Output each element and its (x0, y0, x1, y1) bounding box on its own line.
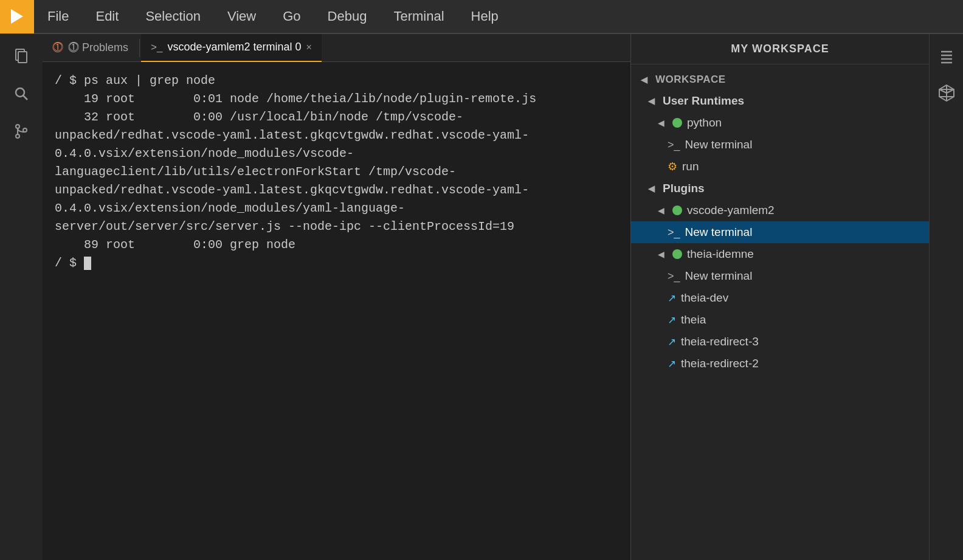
workspace-tree: ◀ WORKSPACE ◀ User Runtimes ◀ python >_ … (631, 64, 929, 560)
terminal-prompt-icon-theia: >_ (668, 270, 680, 283)
user-runtimes-chevron: ◀ (648, 96, 658, 106)
python-status-dot (672, 118, 682, 128)
vscode-yamlem2[interactable]: ◀ vscode-yamlem2 (631, 199, 929, 221)
cube-icon[interactable] (934, 80, 959, 105)
theia-idemne[interactable]: ◀ theia-idemne (631, 243, 929, 265)
terminal-close-button[interactable]: × (306, 42, 312, 53)
vscode-yamlem2-new-terminal[interactable]: >_ New terminal (631, 221, 929, 243)
theia-redirect-3-label: theia-redirect-3 (681, 335, 759, 348)
terminal-tabs: ⓵ ⓵ Problems >_ vscode-yamlem2 terminal … (43, 34, 630, 62)
tab-separator (139, 39, 140, 57)
theia-label: theia (681, 313, 706, 327)
user-runtimes[interactable]: ◀ User Runtimes (631, 90, 929, 112)
selection-menu[interactable]: Selection (132, 0, 214, 33)
python-runtime[interactable]: ◀ python (631, 112, 929, 134)
files-icon[interactable] (5, 40, 37, 72)
terminal-prompt-icon: >_ (151, 41, 162, 54)
plugins-label: Plugins (663, 182, 705, 195)
theia-idemne-status-dot (672, 249, 682, 259)
activity-bar (0, 34, 43, 560)
python-chevron: ◀ (658, 118, 668, 128)
theia-dev-label: theia-dev (681, 291, 728, 305)
go-menu[interactable]: Go (269, 0, 314, 33)
plugins-section[interactable]: ◀ Plugins (631, 178, 929, 199)
terminal-output: / $ ps aux | grep node 19 root 0:01 node… (55, 74, 536, 270)
vscode-yamlem2-label: vscode-yamlem2 (687, 204, 775, 217)
help-menu[interactable]: Help (458, 0, 512, 33)
problems-tab[interactable]: ⓵ ⓵ Problems (43, 34, 138, 62)
vscode-yamlem2-new-terminal-label: New terminal (685, 226, 753, 239)
python-run[interactable]: ⚙ run (631, 156, 929, 178)
link-icon-theia: ↗ (668, 314, 676, 327)
python-label: python (687, 116, 722, 130)
theia-idemne-label: theia-idemne (687, 247, 754, 261)
terminal-prompt-icon-selected: >_ (668, 226, 680, 239)
theia-redirect-2-link[interactable]: ↗ theia-redirect-2 (631, 353, 929, 375)
search-icon[interactable] (5, 78, 37, 109)
right-bar (929, 34, 963, 560)
view-menu[interactable]: View (214, 0, 269, 33)
theia-redirect-3-link[interactable]: ↗ theia-redirect-3 (631, 331, 929, 353)
link-icon-theia-dev: ↗ (668, 292, 676, 305)
terminal-prompt-icon: >_ (668, 139, 680, 151)
main-content: ⓵ ⓵ Problems >_ vscode-yamlem2 terminal … (0, 34, 963, 560)
svg-point-6 (16, 134, 19, 138)
vscode-yamlem2-chevron: ◀ (658, 206, 668, 215)
python-new-terminal[interactable]: >_ New terminal (631, 134, 929, 156)
active-terminal-tab[interactable]: >_ vscode-yamlem2 terminal 0 × (141, 34, 322, 62)
theia-idemne-new-terminal-label: New terminal (685, 269, 753, 283)
source-control-icon[interactable] (5, 116, 37, 147)
vscode-yamlem2-status-dot (672, 206, 682, 215)
workspace-panel: MY WORKSPACE ◀ WORKSPACE ◀ User Runtimes… (631, 34, 929, 560)
list-icon[interactable] (934, 44, 959, 68)
theia-dev-link[interactable]: ↗ theia-dev (631, 287, 929, 309)
svg-line-4 (23, 95, 27, 100)
problems-icon: ⓵ (52, 41, 63, 54)
workspace-header: MY WORKSPACE (631, 34, 929, 64)
theia-redirect-2-label: theia-redirect-2 (681, 357, 759, 370)
plugins-chevron: ◀ (648, 184, 658, 193)
logo-button[interactable] (0, 0, 34, 33)
file-menu[interactable]: File (34, 0, 82, 33)
svg-rect-2 (18, 52, 27, 63)
user-runtimes-label: User Runtimes (663, 94, 744, 108)
link-icon-redirect-2: ↗ (668, 358, 676, 370)
terminal-menu[interactable]: Terminal (380, 0, 457, 33)
gear-icon: ⚙ (668, 160, 677, 173)
terminal-panel: ⓵ ⓵ Problems >_ vscode-yamlem2 terminal … (43, 34, 631, 560)
svg-point-3 (16, 88, 24, 97)
python-run-label: run (682, 160, 699, 173)
svg-marker-0 (11, 9, 23, 24)
svg-point-5 (16, 125, 19, 128)
edit-menu[interactable]: Edit (82, 0, 132, 33)
workspace-chevron: ◀ (641, 75, 651, 85)
link-icon-redirect-3: ↗ (668, 336, 676, 348)
theia-idemne-chevron: ◀ (658, 249, 668, 259)
theia-link[interactable]: ↗ theia (631, 309, 929, 331)
debug-menu[interactable]: Debug (314, 0, 381, 33)
python-new-terminal-label: New terminal (685, 138, 753, 151)
menubar: File Edit Selection View Go Debug Termin… (0, 0, 963, 34)
theia-idemne-new-terminal[interactable]: >_ New terminal (631, 265, 929, 287)
terminal-content[interactable]: / $ ps aux | grep node 19 root 0:01 node… (43, 62, 630, 560)
workspace-label: WORKSPACE (655, 74, 726, 86)
workspace-root[interactable]: ◀ WORKSPACE (631, 69, 929, 90)
